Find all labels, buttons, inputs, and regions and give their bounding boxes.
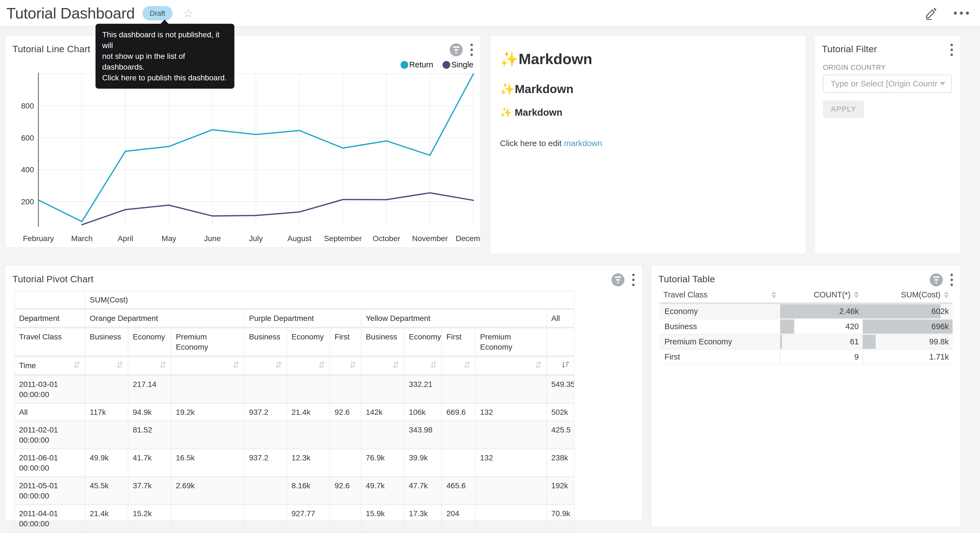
- pivot-row-dim-label: Time: [19, 361, 36, 370]
- pivot-sub-col: First: [330, 327, 361, 356]
- pivot-cell: [330, 505, 361, 533]
- pivot-cell: 45.5k: [85, 477, 128, 505]
- pivot-cell: [330, 421, 361, 449]
- pivot-sort-cell: ⇵: [287, 356, 330, 375]
- sum-cell: 602k: [863, 303, 953, 319]
- pivot-sort-cell: ⇵: [85, 356, 128, 375]
- edit-dashboard-button[interactable]: [924, 6, 938, 20]
- pivot-cell: 927.77: [287, 505, 330, 533]
- svg-text:April: April: [118, 234, 133, 243]
- filter-panel: Tutorial Filter ORIGIN COUNTRY Type or S…: [815, 35, 961, 254]
- svg-text:May: May: [161, 234, 176, 243]
- pivot-sort-row: Time⇵⇵⇵⇵⇵⇵⇵⇵⇵⇵⇵: [14, 356, 574, 375]
- apply-button[interactable]: APPLY: [823, 101, 864, 118]
- column-header-count[interactable]: COUNT(*): [780, 287, 863, 303]
- pivot-cell: 142k: [361, 404, 404, 421]
- pivot-cell: 16.5k: [171, 449, 244, 477]
- publish-tooltip: This dashboard is not published, it will…: [95, 24, 234, 89]
- markdown-link[interactable]: markdown: [564, 139, 602, 148]
- markdown-h1: ✨Markdown: [500, 50, 796, 68]
- legend-item-return[interactable]: Return: [401, 60, 433, 69]
- pivot-row: 2011-04-01 00:00:0021.4k15.2k927.7715.9k…: [14, 505, 574, 533]
- pivot-cell: 21.4k: [85, 505, 128, 533]
- sort-icon[interactable]: ⇵: [535, 361, 542, 370]
- pivot-cell: [85, 375, 128, 404]
- sort-carets-icon: [771, 291, 776, 298]
- pivot-sub-col: Premium Economy: [171, 327, 244, 356]
- chevron-down-icon: [940, 82, 945, 85]
- pivot-cell: [476, 421, 547, 449]
- pivot-cell: [476, 375, 547, 404]
- applied-filter-badge-icon[interactable]: [611, 273, 624, 286]
- sort-icon[interactable]: ⇵: [275, 361, 282, 370]
- svg-text:February: February: [23, 234, 54, 243]
- table-row: First91.71k: [660, 349, 953, 365]
- line-chart-panel: Tutorial Line Chart Return Single 200400…: [5, 35, 481, 248]
- pivot-sort-cell-all: [547, 356, 574, 375]
- table-row: Business420696k: [660, 319, 953, 334]
- sort-icon[interactable]: ⇵: [116, 361, 123, 370]
- applied-filter-badge-icon[interactable]: [930, 273, 943, 286]
- favorite-star-icon[interactable]: ☆: [183, 7, 194, 19]
- svg-text:March: March: [71, 234, 93, 243]
- pivot-row-label: 2011-04-01 00:00:00: [14, 505, 85, 533]
- kebab-menu-icon[interactable]: [949, 43, 954, 57]
- pivot-cell: 76.9k: [361, 449, 404, 477]
- origin-country-select[interactable]: Type or Select [Origin Country]: [823, 75, 952, 93]
- pivot-cell: 549.35: [547, 375, 574, 404]
- svg-text:600: 600: [21, 134, 34, 142]
- pivot-col-group: Yellow Department: [361, 309, 547, 327]
- pivot-cell: [442, 421, 476, 449]
- pivot-row-label: 2011-06-01 00:00:00: [14, 449, 85, 477]
- select-placeholder: Type or Select [Origin Country]: [830, 79, 937, 88]
- more-actions-button[interactable]: [954, 11, 969, 14]
- legend-item-single[interactable]: Single: [442, 60, 473, 69]
- pivot-row-label: 2011-02-01 00:00:00: [14, 421, 85, 449]
- pivot-chart-panel: Tutorial Pivot Chart SUM(Cost) Departmen…: [5, 265, 643, 521]
- pivot-col-group: Purple Department: [244, 309, 361, 327]
- pivot-cell: 132: [476, 449, 547, 477]
- table-row: Premium Economy6199.8k: [660, 334, 953, 349]
- sort-icon[interactable]: ⇵: [73, 361, 80, 370]
- column-header-sum-cost[interactable]: SUM(Cost): [863, 287, 953, 303]
- pivot-cell: 15.2k: [128, 505, 171, 533]
- sort-desc-icon[interactable]: [561, 361, 570, 370]
- pivot-sub-col: Premium Economy: [476, 327, 547, 356]
- pivot-cell: [171, 505, 244, 533]
- sort-icon[interactable]: ⇵: [232, 361, 240, 370]
- column-header-travel-class[interactable]: Travel Class: [660, 287, 780, 303]
- legend-label: Single: [451, 60, 473, 69]
- pivot-row-dim-label: Travel Class: [14, 327, 85, 356]
- kebab-menu-icon[interactable]: [631, 273, 636, 287]
- pivot-row: 2011-02-01 00:00:0081.52343.98425.5: [14, 421, 574, 449]
- draft-badge[interactable]: Draft: [142, 6, 172, 21]
- pivot-measure-label: SUM(Cost): [85, 291, 574, 309]
- pivot-row: 2011-05-01 00:00:0045.5k37.7k2.69k8.16k9…: [14, 477, 574, 505]
- markdown-text: Click here to edit: [500, 139, 564, 148]
- travel-class-cell: Business: [660, 319, 780, 334]
- sort-icon[interactable]: ⇵: [318, 361, 325, 370]
- sort-icon[interactable]: ⇵: [463, 361, 471, 370]
- svg-text:August: August: [287, 234, 312, 243]
- travel-class-cell: Premium Economy: [660, 334, 780, 349]
- pivot-blank-cell: [14, 291, 85, 309]
- sort-icon[interactable]: ⇵: [349, 361, 356, 370]
- filter-field-label: ORIGIN COUNTRY: [823, 64, 886, 72]
- sum-cell: 696k: [863, 319, 953, 334]
- pivot-cell: 92.6: [330, 477, 361, 505]
- sort-icon[interactable]: ⇵: [159, 361, 167, 370]
- markdown-panel: ✨Markdown ✨Markdown ✨ Markdown Click her…: [490, 35, 806, 254]
- count-cell: 9: [780, 349, 863, 365]
- markdown-h3: ✨ Markdown: [500, 107, 796, 118]
- svg-text:October: October: [373, 234, 400, 243]
- pivot-sub-col: Economy: [128, 327, 171, 356]
- legend-label: Return: [409, 60, 433, 69]
- sort-icon[interactable]: ⇵: [430, 361, 437, 370]
- pivot-sub-col: Business: [244, 327, 287, 356]
- travel-class-cell: Economy: [660, 303, 780, 319]
- pivot-row: 2011-06-01 00:00:0049.9k41.7k16.5k937.21…: [14, 449, 574, 477]
- kebab-menu-icon[interactable]: [949, 273, 954, 287]
- page-title: Tutorial Dashboard: [6, 4, 135, 22]
- sort-icon[interactable]: ⇵: [392, 361, 399, 370]
- pivot-cell: 49.7k: [361, 477, 404, 505]
